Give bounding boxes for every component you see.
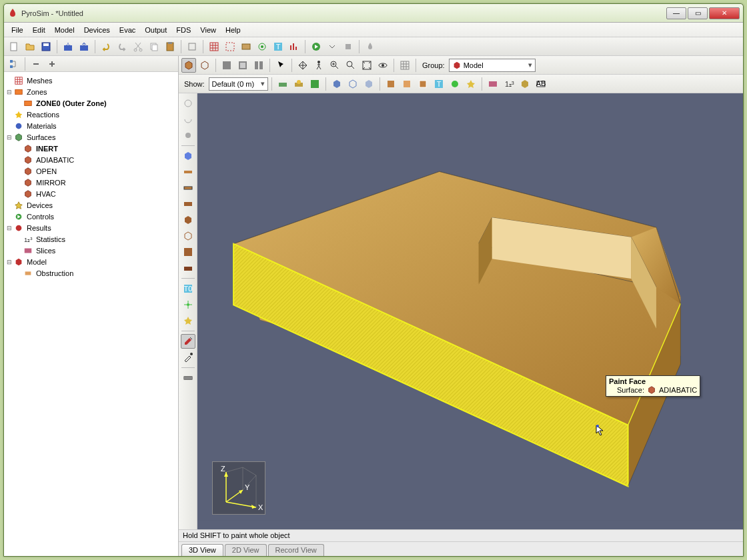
snap-icon[interactable] — [398, 58, 412, 73]
floor-a-icon[interactable] — [275, 77, 290, 91]
cut-button[interactable] — [131, 39, 145, 54]
orbit-icon[interactable] — [376, 58, 390, 73]
tree-item-materials[interactable]: Materials — [5, 120, 177, 131]
grid-c-icon[interactable] — [251, 58, 266, 73]
stats-icon[interactable] — [287, 39, 301, 54]
tree-item-devices[interactable]: Devices — [5, 199, 177, 211]
import-button[interactable] — [61, 39, 75, 54]
walk-icon[interactable] — [311, 58, 326, 73]
tree-item-hvac[interactable]: HVAC — [5, 188, 177, 199]
lt-rotate-icon[interactable] — [181, 112, 195, 127]
copy-button[interactable] — [147, 39, 161, 54]
view-d-icon[interactable]: AB — [534, 77, 548, 91]
view-b-icon[interactable]: 1₂³ — [502, 77, 516, 91]
collapse-icon[interactable] — [29, 57, 43, 71]
lt-cube-icon[interactable] — [181, 149, 195, 163]
floor-b-icon[interactable] — [291, 77, 306, 91]
zoomout-icon[interactable] — [343, 58, 358, 73]
zoom-icon[interactable] — [327, 58, 342, 73]
menu-help[interactable]: Help — [221, 25, 245, 35]
menu-output[interactable]: Output — [140, 25, 171, 35]
tool-a-icon[interactable] — [185, 39, 199, 54]
lt-gear-icon[interactable] — [181, 313, 195, 328]
obj-b-icon[interactable] — [400, 77, 414, 91]
save-button[interactable] — [39, 39, 53, 54]
lt-surf7-icon[interactable] — [181, 261, 195, 275]
menu-view[interactable]: View — [195, 25, 221, 35]
tab-2d-view[interactable]: 2D View — [225, 544, 267, 556]
lt-surf1-icon[interactable] — [181, 165, 195, 179]
tree-item-inert[interactable]: INERT — [5, 143, 177, 154]
tree-item-meshes[interactable]: Meshes — [5, 75, 177, 86]
obj-a-icon[interactable] — [384, 77, 398, 91]
surface-icon[interactable] — [239, 39, 253, 54]
select-tool-icon[interactable] — [273, 58, 288, 73]
mesh-bounds-icon[interactable] — [223, 39, 237, 54]
tree-view-icon[interactable] — [7, 57, 21, 71]
tree-item-controls[interactable]: Controls — [5, 211, 177, 222]
tree-item-surfaces[interactable]: ⊟Surfaces — [5, 131, 177, 143]
tree-item-mirror[interactable]: MIRROR — [5, 177, 177, 188]
lt-surf4-icon[interactable] — [181, 213, 195, 227]
undo-button[interactable] — [99, 39, 113, 54]
box-c-icon[interactable] — [361, 77, 376, 91]
view-c-icon[interactable] — [518, 77, 532, 91]
reaction-icon[interactable] — [255, 39, 269, 54]
menu-fds[interactable]: FDS — [171, 25, 195, 35]
tree-item-zone0-outer-zone-[interactable]: ZONE0 (Outer Zone) — [5, 97, 177, 109]
zoomfit-icon[interactable] — [359, 58, 374, 73]
lt-surf5-icon[interactable] — [181, 229, 195, 243]
lt-eyedrop-icon[interactable] — [181, 350, 195, 365]
lt-text-icon[interactable]: T0 — [181, 281, 195, 296]
tree-item-statistics[interactable]: 1₂³Statistics — [5, 233, 177, 245]
paste-button[interactable] — [163, 39, 177, 54]
run-button[interactable] — [309, 39, 323, 54]
obj-e-icon[interactable] — [448, 77, 462, 91]
obj-d-icon[interactable]: T — [432, 77, 446, 91]
tree-item-open[interactable]: OPEN — [5, 165, 177, 177]
box-b-icon[interactable] — [345, 77, 360, 91]
show-select[interactable]: Default (0 m) — [209, 77, 269, 91]
lt-surf2-icon[interactable] — [181, 181, 195, 195]
view3d-icon[interactable] — [181, 58, 196, 73]
stop-button[interactable] — [341, 39, 355, 54]
expand-icon[interactable] — [45, 57, 59, 71]
open-button[interactable] — [23, 39, 37, 54]
menu-file[interactable]: File — [7, 25, 28, 35]
tab-record-view[interactable]: Record View — [268, 544, 324, 556]
tree-view[interactable]: Meshes⊟ZonesZONE0 (Outer Zone)ReactionsM… — [4, 72, 178, 556]
text-icon[interactable]: T — [271, 39, 285, 54]
tree-item-results[interactable]: ⊟Results — [5, 222, 177, 233]
maximize-button[interactable]: ▭ — [688, 7, 708, 19]
minimize-button[interactable]: — — [666, 7, 686, 19]
redo-button[interactable] — [115, 39, 129, 54]
floor-c-icon[interactable] — [307, 77, 322, 91]
axis-gizmo[interactable]: Z X Y — [212, 461, 265, 515]
menu-evac[interactable]: Evac — [115, 25, 140, 35]
run-dropdown-icon[interactable] — [325, 39, 339, 54]
obj-f-icon[interactable] — [464, 77, 478, 91]
lt-paint-icon[interactable] — [181, 334, 195, 349]
tree-item-zones[interactable]: ⊟Zones — [5, 86, 177, 97]
tree-item-model[interactable]: ⊟Model — [5, 256, 177, 267]
menu-devices[interactable]: Devices — [79, 25, 115, 35]
lt-move-icon[interactable] — [181, 128, 195, 143]
export-button[interactable] — [77, 39, 91, 54]
lt-surf3-icon[interactable] — [181, 197, 195, 211]
3d-viewport[interactable]: Z X Y Paint Face Surface: ADIABATIC — [197, 93, 743, 529]
new-button[interactable] — [7, 39, 21, 54]
lt-node-icon[interactable] — [181, 297, 195, 312]
menu-edit[interactable]: Edit — [28, 25, 50, 35]
view-a-icon[interactable] — [486, 77, 500, 91]
fire-icon[interactable] — [363, 39, 378, 54]
tree-item-obstruction[interactable]: Obstruction — [5, 267, 177, 279]
lt-measure-icon[interactable] — [181, 371, 195, 385]
pan-icon[interactable] — [295, 58, 310, 73]
menu-model[interactable]: Model — [50, 25, 79, 35]
box-a-icon[interactable] — [329, 77, 344, 91]
tree-item-adiabatic[interactable]: ADIABATIC — [5, 154, 177, 165]
tab-3d-view[interactable]: 3D View — [181, 544, 223, 556]
grid-a-icon[interactable] — [219, 58, 234, 73]
viewwire-icon[interactable] — [197, 58, 212, 73]
mesh-icon[interactable] — [207, 39, 221, 54]
